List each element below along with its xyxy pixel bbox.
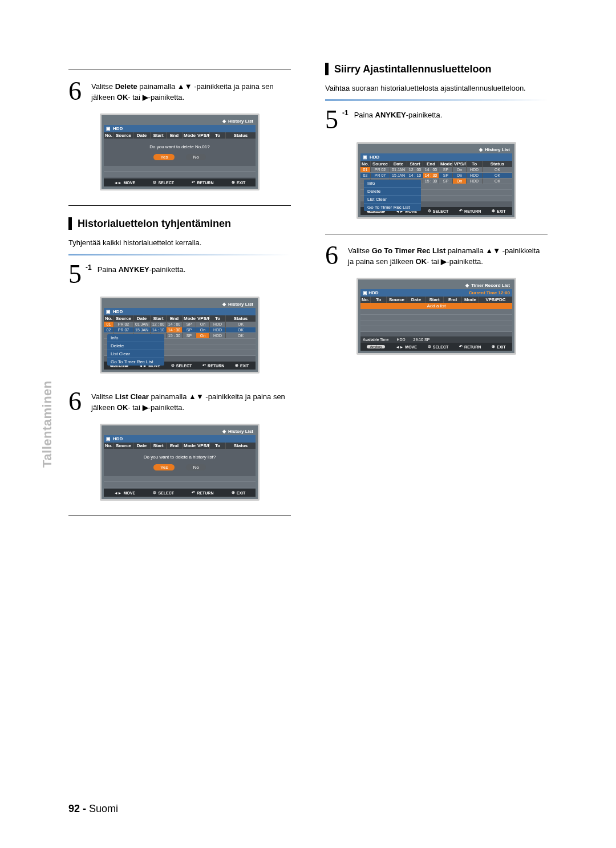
section-clear-history: Historialuettelon tyhjentäminen	[68, 217, 291, 230]
right-column: Siirry Ajastintallennusluetteloon Vaihta…	[325, 63, 548, 524]
dvr-header: No.SourceDateStartEndModeVPS/PDCToStatus	[104, 132, 256, 139]
menu-delete[interactable]: Delete	[364, 188, 421, 196]
menu-info[interactable]: Info	[364, 180, 421, 188]
menu-list-clear[interactable]: List Clear	[364, 196, 421, 204]
divider	[68, 516, 291, 516]
hdd-icon: ▣	[106, 436, 111, 441]
left-column: 6 Valitse Delete painamalla ▲▼ -painikke…	[68, 63, 291, 524]
divider-gradient	[68, 254, 291, 255]
return-icon: ↶	[192, 490, 195, 495]
select-icon: ⊙	[428, 344, 431, 349]
yes-button[interactable]: Yes	[153, 464, 175, 470]
t: - tai	[128, 93, 142, 102]
step-number: 6	[325, 242, 342, 269]
context-menu[interactable]: Info Delete List Clear Go To Timer Rec L…	[364, 180, 421, 211]
section-intro: Vaihtaa suoraan historialuettelosta ajas…	[325, 83, 548, 94]
step-6-goto: 6 Valitse Go To Timer Rec List painamall…	[325, 242, 548, 269]
diamond-icon: ◆	[479, 147, 483, 152]
section-bar-icon	[68, 217, 72, 230]
dvr-delete-screenshot: ◆History List ▣HDD No.SourceDateStartEnd…	[100, 113, 260, 190]
divider	[325, 234, 548, 234]
dvr-timer-record-screenshot: ◆Timer Record List ▣ HDD Current Time 12…	[356, 278, 516, 355]
step-sub: -1	[86, 263, 92, 271]
menu-goto-timer[interactable]: Go To Timer Rec List	[364, 204, 421, 211]
menu-list-clear[interactable]: List Clear	[107, 350, 164, 358]
page-number: 92 - Suomi	[68, 803, 118, 815]
step-text: Paina ANYKEY-painiketta.	[354, 107, 443, 121]
divider-gradient	[325, 99, 548, 101]
step-text: Valitse Go To Timer Rec List painamalla …	[348, 242, 548, 267]
step-5-anykey: 5 -1 Paina ANYKEY-painiketta.	[68, 261, 291, 287]
select-icon: ⊙	[153, 490, 156, 495]
menu-info[interactable]: Info	[107, 334, 164, 342]
divider	[68, 70, 291, 70]
section-title: Siirry Ajastintallennusluetteloon	[334, 63, 491, 75]
exit-icon: ⊗	[492, 209, 495, 213]
t: ▶	[143, 93, 148, 102]
exit-icon: ⊗	[232, 490, 235, 495]
clear-prompt: Do you want to delete a history list?	[104, 449, 256, 464]
section-goto-timer: Siirry Ajastintallennusluetteloon	[325, 63, 548, 75]
hdd-icon: ▣	[106, 309, 111, 314]
step-number: 5	[325, 107, 342, 133]
side-section-label: Tallentaminen	[40, 380, 55, 468]
t: OK	[117, 93, 128, 102]
return-icon: ↶	[459, 344, 463, 349]
t: Valitse	[91, 82, 115, 91]
dvr-clear-screenshot: ◆History List ▣HDD No.SourceDateStartEnd…	[100, 424, 260, 501]
dvr-footer: ◄►MOVE ⊙SELECT ↶RETURN ⊗EXIT	[104, 178, 256, 186]
step-text: Valitse Delete painamalla ▲▼ -painikkeit…	[91, 78, 291, 103]
page-columns: 6 Valitse Delete painamalla ▲▼ -painikke…	[68, 63, 548, 524]
hdd-icon: ▣	[106, 126, 111, 131]
step-6-list-clear: 6 Valitse List Clear painamalla ▲▼ -pain…	[68, 388, 291, 415]
move-icon: ◄►	[395, 345, 403, 349]
anykey-pill: Anykey	[367, 345, 384, 348]
hdd-icon: ▣	[363, 290, 367, 295]
section-intro: Tyhjentää kaikki historialuettelot kerra…	[68, 238, 291, 248]
diamond-icon: ◆	[222, 119, 226, 124]
dvr-context-menu-screenshot-2: ◆History List ▣HDD No.SourceDateStartEnd…	[356, 142, 516, 219]
dvr-context-menu-screenshot: ◆History List ▣HDD No.SourceDateStartEnd…	[100, 297, 260, 374]
return-icon: ↶	[192, 180, 195, 185]
exit-icon: ⊗	[492, 344, 495, 349]
move-icon: ◄►	[114, 181, 122, 185]
hdd-label: HDD	[113, 126, 123, 131]
return-icon: ↶	[459, 209, 463, 213]
yes-button[interactable]: Yes	[153, 154, 175, 160]
dvr-title: History List	[228, 119, 253, 124]
exit-icon: ⊗	[235, 363, 238, 368]
no-button[interactable]: No	[186, 154, 205, 160]
select-icon: ⊙	[153, 180, 156, 185]
step-sub: -1	[342, 109, 348, 117]
diamond-icon: ◆	[222, 429, 226, 434]
move-icon: ◄►	[114, 491, 122, 495]
section-title: Historialuettelon tyhjentäminen	[78, 218, 231, 230]
return-icon: ↶	[202, 363, 206, 368]
dvr-title: History List	[228, 302, 253, 307]
select-icon: ⊙	[428, 209, 431, 213]
exit-icon: ⊗	[232, 180, 235, 185]
step-number: 6	[68, 78, 86, 104]
divider	[68, 205, 291, 206]
available-time-row: Available Time HDD 29:10 SP	[360, 336, 512, 343]
t: Delete	[115, 82, 137, 91]
menu-goto-timer[interactable]: Go To Timer Rec List	[107, 358, 164, 366]
context-menu[interactable]: Info Delete List Clear Go To Timer Rec L…	[107, 334, 164, 366]
no-button[interactable]: No	[186, 464, 205, 470]
add-a-list[interactable]: Add a list	[360, 303, 512, 309]
step-text: Paina ANYKEY-painiketta.	[98, 261, 186, 275]
diamond-icon: ◆	[222, 302, 226, 307]
select-icon: ⊙	[171, 363, 175, 368]
delete-prompt: Do you want to delete No.01?	[104, 139, 256, 154]
step-6-delete: 6 Valitse Delete painamalla ▲▼ -painikke…	[68, 78, 291, 104]
t: -painiketta.	[148, 93, 185, 102]
step-text: Valitse List Clear painamalla ▲▼ -painik…	[91, 388, 291, 413]
diamond-icon: ◆	[465, 283, 469, 288]
step-5-anykey-right: 5 -1 Paina ANYKEY-painiketta.	[325, 107, 548, 133]
hdd-icon: ▣	[363, 155, 367, 160]
section-bar-icon	[325, 63, 329, 75]
step-number: 6	[68, 388, 86, 415]
step-number: 5	[68, 261, 86, 287]
menu-delete[interactable]: Delete	[107, 342, 164, 350]
